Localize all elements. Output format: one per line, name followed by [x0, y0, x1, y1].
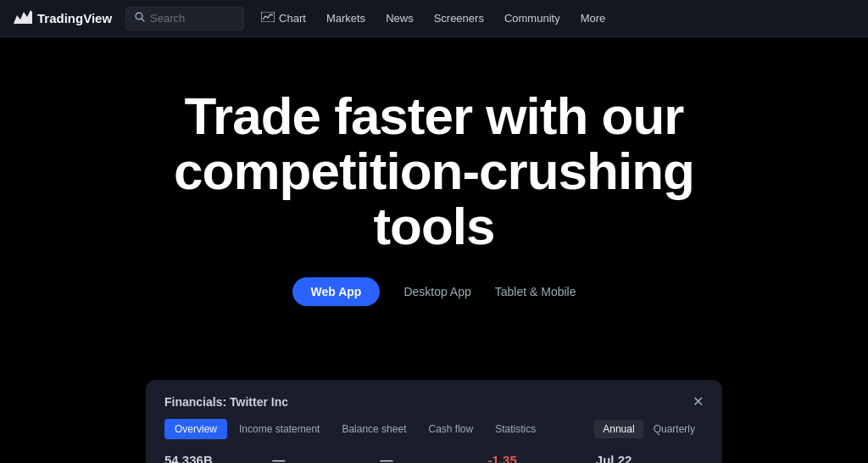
tabs-row: Overview Income statement Balance sheet …: [164, 419, 704, 439]
metric-eps: -1.35 EPS: [488, 453, 596, 463]
nav-label-chart: Chart: [279, 12, 306, 25]
metric-pe: — P/E: [380, 453, 487, 463]
desktop-app-button[interactable]: Desktop App: [403, 285, 470, 298]
nav-label-news: News: [386, 12, 414, 25]
card-title: Financials: Twitter Inc: [164, 395, 288, 409]
nav-item-markets[interactable]: Markets: [316, 0, 376, 37]
metric-market-cap: 54.336B MARKET CAP: [164, 453, 272, 463]
tab-statistics[interactable]: Statistics: [485, 419, 546, 439]
metrics-row: 54.336B MARKET CAP — DIV YIELD — P/E -1.…: [164, 453, 704, 463]
logo[interactable]: TradingView: [14, 8, 112, 28]
nav-item-news[interactable]: News: [376, 0, 424, 37]
chart-icon: [261, 12, 275, 25]
nav-item-chart[interactable]: Chart: [251, 0, 316, 37]
tab-overview[interactable]: Overview: [164, 419, 227, 439]
search-bar[interactable]: [125, 7, 244, 31]
tab-cash-flow[interactable]: Cash flow: [418, 419, 483, 439]
earnings-value: Jul 22: [596, 453, 704, 463]
period-quarterly-button[interactable]: Quarterly: [645, 420, 704, 438]
close-button[interactable]: ✕: [693, 395, 704, 409]
svg-line-1: [142, 19, 144, 21]
web-app-button[interactable]: Web App: [292, 277, 381, 306]
search-icon: [135, 12, 145, 25]
search-input[interactable]: [150, 12, 235, 25]
tab-income-statement[interactable]: Income statement: [229, 419, 330, 439]
financials-card: Financials: Twitter Inc ✕ Overview Incom…: [146, 380, 722, 463]
navbar: TradingView Chart Markets News: [0, 0, 868, 37]
pe-value: —: [380, 453, 487, 463]
market-cap-value: 54.336B: [164, 453, 272, 463]
logo-text: TradingView: [37, 11, 112, 25]
nav-item-community[interactable]: Community: [494, 0, 570, 37]
nav-label-community: Community: [504, 12, 560, 25]
period-annual-button[interactable]: Annual: [594, 420, 643, 438]
hero-cta: Web App Desktop App Tablet & Mobile: [292, 277, 576, 306]
nav-label-more: More: [581, 12, 606, 25]
nav-item-screeners[interactable]: Screeners: [424, 0, 494, 37]
nav-label-markets: Markets: [326, 12, 365, 25]
nav-label-screeners: Screeners: [434, 12, 484, 25]
hero-section: Trade faster with our competition-crushi…: [0, 37, 868, 463]
card-header: Financials: Twitter Inc ✕: [164, 395, 704, 409]
hero-content: Trade faster with our competition-crushi…: [0, 37, 868, 306]
metric-div-yield: — DIV YIELD: [272, 453, 380, 463]
nav-item-more[interactable]: More: [570, 0, 616, 37]
logo-icon: [14, 8, 32, 28]
div-yield-value: —: [272, 453, 380, 463]
eps-value: -1.35: [488, 453, 596, 463]
metric-upcoming-earnings: Jul 22 UPCOMING EARNINGS: [596, 453, 704, 463]
nav-items: Chart Markets News Screeners Community M…: [251, 0, 854, 37]
tablet-mobile-button[interactable]: Tablet & Mobile: [495, 285, 576, 298]
tab-balance-sheet[interactable]: Balance sheet: [331, 419, 416, 439]
hero-title: Trade faster with our competition-crushi…: [137, 88, 731, 254]
